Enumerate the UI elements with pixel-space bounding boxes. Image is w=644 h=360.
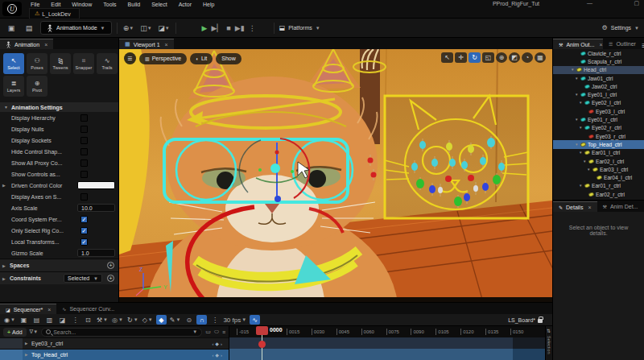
tree-item-ear02_l_ctrl[interactable]: ▼Ear02_l_ctrl <box>553 157 644 165</box>
anim-tool-snapper[interactable]: ⌗Snapper <box>73 53 94 74</box>
tab-details[interactable]: ✎ Details × <box>553 201 597 212</box>
checkbox[interactable] <box>80 137 88 144</box>
tree-item-eye02_l_ctrl[interactable]: ▼Eye02_l_ctrl <box>553 99 644 107</box>
list-toggle-icon[interactable]: ≡ <box>222 329 225 335</box>
menu-window[interactable]: Window <box>72 2 92 7</box>
tab-sequencer-curves[interactable]: ∿ Sequencer Curv... <box>56 304 120 314</box>
sequencer-search-input[interactable]: Search... ▼ <box>41 328 202 337</box>
tree-item-eye03_l_ctrl[interactable]: Eye03_l_ctrl <box>553 107 644 115</box>
tab-viewport[interactable]: ▦ Viewport 1 × <box>119 39 174 49</box>
tree-item-scapula_r_ctrl[interactable]: Scapula_r_ctrl <box>553 57 644 65</box>
checkbox[interactable] <box>80 148 88 155</box>
number-input[interactable]: 10.0 <box>77 204 115 212</box>
tree-item-eye02_r_ctrl[interactable]: ▼Eye02_r_ctrl <box>553 124 644 132</box>
more-dots-icon[interactable]: ⋮ <box>70 315 80 325</box>
stop-button[interactable]: ■ <box>226 24 230 32</box>
minimize-button[interactable]: — <box>587 0 592 6</box>
playback-options-icon[interactable]: ↻▼ <box>126 315 139 325</box>
tab-outliner[interactable]: ☰ Outliner <box>603 39 642 49</box>
select-tool-icon[interactable]: ↖ <box>441 52 453 63</box>
rotate-tool-icon[interactable]: ↻ <box>469 52 481 63</box>
tools-wrench-icon[interactable]: ⚒▼ <box>96 315 109 325</box>
filter-icon[interactable]: ∇▼ <box>30 329 39 335</box>
checkbox[interactable] <box>80 171 88 178</box>
bindings-icon[interactable]: ⊡ <box>83 315 93 325</box>
tree-item-ear01_r_ctrl[interactable]: ▼Ear01_r_ctrl <box>553 182 644 190</box>
save-all-icon[interactable]: ▣ <box>5 22 18 35</box>
sequencer-side-tab[interactable]: ⇅ Selection <box>545 326 552 360</box>
add-actor-icon[interactable]: ⊕▼ <box>122 22 135 35</box>
checkbox[interactable]: ✓ <box>80 238 88 246</box>
track-lane[interactable] <box>229 337 552 349</box>
perspective-dropdown[interactable]: ▥ Perspective <box>139 53 187 64</box>
viewport-options-menu[interactable]: ☰ <box>124 52 136 64</box>
tree-item-jaw01_ctrl[interactable]: ▼Jaw01_ctrl <box>553 74 644 82</box>
view-options-icon[interactable]: ◎▼ <box>111 315 124 325</box>
constraints-dropdown[interactable]: Selected▼ <box>64 274 102 283</box>
animation-settings-header[interactable]: ▼ Animation Settings <box>0 102 118 112</box>
settings-dropdown[interactable]: ⚙ Settings ▼ <box>602 24 639 31</box>
frame-advance-button[interactable]: ▶▏ <box>211 24 222 32</box>
play-button[interactable]: ▶ <box>202 24 208 32</box>
facial-control-board[interactable] <box>368 96 529 218</box>
add-button[interactable]: + <box>107 262 114 269</box>
close-icon[interactable]: × <box>47 307 51 312</box>
tab-sequencer[interactable]: ◪ Sequencer* × <box>0 304 56 314</box>
close-icon[interactable]: × <box>165 42 168 48</box>
anim-tool-tweens[interactable]: ⧎Tweens <box>50 53 71 74</box>
fps-dropdown[interactable]: 30 fps▼ <box>222 315 247 325</box>
sequencer-timeline[interactable]: -015001500300045006000750090010501200135… <box>229 326 552 360</box>
browse-content-icon[interactable]: ▤ <box>31 315 42 325</box>
cinematics-icon[interactable]: ◪▼ <box>158 22 171 35</box>
menu-tools[interactable]: Tools <box>103 2 116 7</box>
keyframe-options-icon[interactable]: ◇▼ <box>142 315 154 325</box>
menu-actor[interactable]: Actor <box>179 2 192 7</box>
checkbox[interactable] <box>80 126 88 133</box>
marker-pin-icon[interactable]: ⊙ <box>184 315 194 325</box>
add-track-button[interactable]: +Add <box>3 328 27 337</box>
tree-item-ear04_l_ctrl[interactable]: Ear04_l_ctrl <box>553 173 644 181</box>
lock-icon[interactable] <box>538 319 543 323</box>
tab-anim-details[interactable]: ⚒ Anim Det... <box>597 201 644 212</box>
tree-item-head_ctrl[interactable]: ▼Head_ctrl <box>553 66 644 74</box>
checkbox[interactable]: ✓ <box>80 227 88 234</box>
tree-item-ear01_l_ctrl[interactable]: ▼Ear01_l_ctrl <box>553 149 644 157</box>
tree-item-jaw02_ctrl[interactable]: Jaw02_ctrl <box>553 82 644 90</box>
menu-edit[interactable]: Edit <box>51 2 60 7</box>
add-button[interactable]: + <box>107 275 114 282</box>
content-browser-icon[interactable]: ▤ <box>23 22 35 35</box>
curve-editor-icon[interactable]: ∿ <box>250 315 260 325</box>
sequence-breadcrumb[interactable]: LS_Board* <box>508 317 549 323</box>
edit-pen-icon[interactable]: ✎▼ <box>169 315 182 325</box>
move-tool-icon[interactable]: ✛ <box>455 52 467 63</box>
maximize-button[interactable]: ▢ <box>634 0 639 6</box>
group-spaces[interactable]: ▶Spaces+ <box>0 259 118 271</box>
checkbox[interactable] <box>80 193 88 201</box>
grid-snap-toggle-icon[interactable]: ▦ <box>535 52 546 63</box>
sequencer-track-eye03_r_ctrl[interactable]: ▶Eye03_r_ctrl‹◆› <box>0 337 229 349</box>
tab-animation[interactable]: Animation × <box>0 39 53 49</box>
menu-help[interactable]: Help <box>203 2 214 7</box>
checkbox[interactable] <box>80 159 88 167</box>
tree-item-eye01_l_ctrl[interactable]: ▼Eye01_l_ctrl <box>553 90 644 98</box>
viewport-canvas[interactable]: Z Y <box>119 49 552 302</box>
snap-magnet-icon[interactable]: ∩ <box>196 315 207 325</box>
anim-tool-poses[interactable]: ⚇Poses <box>27 53 47 74</box>
sequencer-track-top_head_ctrl[interactable]: ▶Top_Head_ctrl‹◆› <box>0 349 229 360</box>
tree-item-ear03_l_ctrl[interactable]: ▼Ear03_l_ctrl <box>553 165 644 173</box>
color-swatch[interactable] <box>77 181 115 189</box>
render-movie-icon[interactable]: ▥ <box>44 315 55 325</box>
track-lane-selected[interactable] <box>229 349 552 360</box>
autokey-icon[interactable]: ◆ <box>156 315 167 325</box>
surface-snap-toggle-icon[interactable]: ◩ <box>509 52 520 63</box>
menu-select[interactable]: Select <box>151 2 167 7</box>
pilot-toggle-icon[interactable]: ▭ <box>205 329 211 335</box>
anim-tool-layers[interactable]: ≣Layers <box>3 76 24 97</box>
tab-anim-outliner[interactable]: ⚒ Anim Out... × <box>553 39 603 49</box>
camera-speed-icon[interactable]: ◔ <box>522 52 533 63</box>
tree-item-eye01_r_ctrl[interactable]: ▼Eye01_r_ctrl <box>553 115 644 123</box>
checkbox[interactable]: ✓ <box>80 216 88 223</box>
tree-item-eye03_r_ctrl[interactable]: Eye03_r_ctrl <box>553 132 644 140</box>
lit-dropdown[interactable]: ◐ Lit <box>190 53 213 64</box>
platforms-dropdown[interactable]: ⬓ Platforms ▼ <box>279 24 320 31</box>
